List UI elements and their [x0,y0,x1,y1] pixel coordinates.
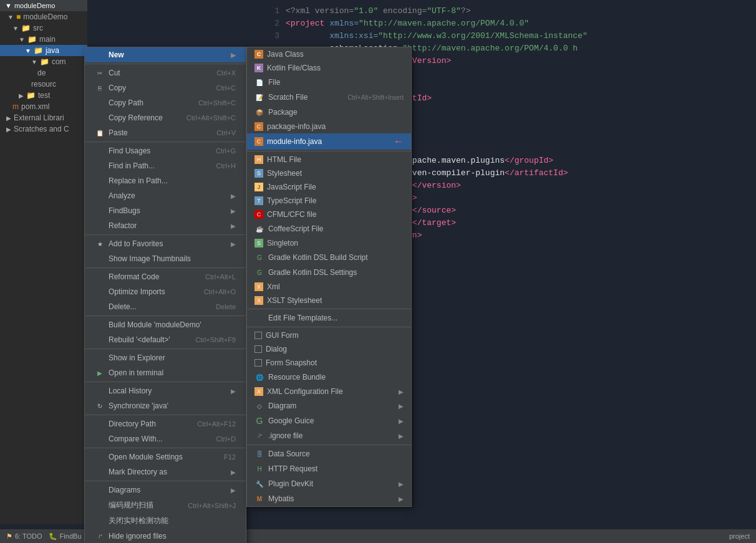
diagrams-arrow: ▶ [231,487,236,494]
find-path-icon [95,161,105,171]
xslt-icon: X [254,296,263,305]
new-kotlin-class[interactable]: K Kotlin File/Class [247,61,411,75]
separator-10 [85,481,246,481]
new-xml[interactable]: X Xml [247,280,411,294]
history-icon [95,386,105,396]
new-package-info[interactable]: C package-info.java [247,120,411,133]
new-xml-config[interactable]: X XML Configuration File ▶ [247,385,411,398]
new-edit-templates[interactable]: Edit File Templates... [247,310,411,325]
new-xslt[interactable]: X XSLT Stylesheet [247,294,411,307]
tree-item-test[interactable]: ▶ 📁 test [0,90,87,101]
new-typescript[interactable]: T TypeScript File [247,194,411,208]
new-singleton[interactable]: S Singleton [247,236,411,250]
findbugs-arrow: ▶ [231,208,236,214]
new-cfml[interactable]: C CFML/CFC file [247,208,411,221]
context-menu-coding-rules[interactable]: 编码规约扫描 Ctrl+Alt+Shift+J [85,497,246,513]
new-gui-form[interactable]: GUI Form [247,329,411,342]
tree-item-main[interactable]: ▼ 📁 main [0,34,87,45]
new-resource-bundle[interactable]: 🌐 Resource Bundle [247,370,411,385]
context-menu-realtime[interactable]: 关闭实时检测功能 [85,513,246,529]
context-menu-optimize-imports[interactable]: Optimize Imports Ctrl+Alt+O [85,284,246,299]
context-menu-find-usages[interactable]: Find Usages Ctrl+G [85,143,246,158]
optimize-icon [95,287,105,297]
favorites-arrow: ▶ [231,241,236,247]
tree-item-scratches[interactable]: ▶ Scratches and C [0,123,87,135]
context-menu-copy-reference[interactable]: Copy Reference Ctrl+Alt+Shift+C [85,110,246,125]
tree-item-resources[interactable]: resourc [0,79,87,90]
new-html-file[interactable]: H HTML File [247,153,411,166]
tree-item-java[interactable]: ▼ 📁 java [0,45,87,56]
new-dialog[interactable]: Dialog [247,342,411,356]
context-menu-replace-path[interactable]: Replace in Path... [85,173,246,188]
analyze-arrow: ▶ [231,193,236,199]
new-data-source[interactable]: 🗄 Data Source [247,446,411,461]
context-menu-show-image[interactable]: Show Image Thumbnails [85,251,246,266]
gui-form-icon [254,332,262,339]
tree-item-external[interactable]: ▶ External Librari [0,112,87,123]
ignore-icon: .i* [254,431,264,441]
new-google-guice[interactable]: G Google Guice ▶ [247,413,411,428]
new-java-class[interactable]: C Java Class [247,47,411,61]
new-javascript[interactable]: J JavaScript File [247,180,411,194]
find-usages-icon [95,146,105,156]
context-menu-copy-path[interactable]: Copy Path Ctrl+Shift+C [85,95,246,110]
new-file[interactable]: 📄 File [247,75,411,90]
tree-item-moduleDemo[interactable]: ▼ ■ moduleDemo [0,11,87,22]
context-menu-new[interactable]: New ▶ [85,47,246,62]
context-menu-reformat[interactable]: Reformat Code Ctrl+Alt+L [85,269,246,284]
analyze-icon [95,191,105,201]
submenu-arrow: ▶ [231,52,236,59]
new-form-snapshot[interactable]: Form Snapshot [247,356,411,370]
context-menu-find-in-path[interactable]: Find in Path... Ctrl+H [85,158,246,173]
mybatis-icon: M [254,494,264,504]
status-findbugs[interactable]: 🐛 FindBu [49,532,82,541]
new-gradle-settings[interactable]: G Gradle Kotlin DSL Settings [247,265,411,280]
context-menu-cut[interactable]: ✂ Cut Ctrl+X [85,65,246,80]
new-icon [95,50,105,60]
compare-icon [95,434,105,444]
new-module-info[interactable]: C module-info.java ← [247,133,411,150]
new-package[interactable]: 📦 Package [247,105,411,120]
new-coffeescript[interactable]: ☕ CoffeeScript File [247,221,411,236]
new-gradle-build[interactable]: G Gradle Kotlin DSL Build Script [247,250,411,265]
context-menu-mark-directory[interactable]: Mark Directory as ▶ [85,464,246,479]
new-sep2 [247,309,411,309]
realtime-icon [95,516,105,526]
tree-item-de[interactable]: de [0,67,87,79]
new-stylesheet[interactable]: S Stylesheet [247,166,411,180]
context-menu-local-history[interactable]: Local History ▶ [85,383,246,398]
refactor-icon [95,221,105,231]
context-menu-synchronize[interactable]: ↻ Synchronize 'java' [85,398,246,413]
scratch-icon: 📝 [254,92,264,102]
context-menu-copy[interactable]: ⎘ Copy Ctrl+C [85,80,246,95]
context-menu-diagrams[interactable]: Diagrams ▶ [85,483,246,497]
context-menu-open-terminal[interactable]: ▶ Open in terminal [85,365,246,380]
context-menu-refactor[interactable]: Refactor ▶ [85,218,246,233]
context-menu-show-explorer[interactable]: Show in Explorer [85,350,246,365]
context-menu-module-settings[interactable]: Open Module Settings F12 [85,449,246,464]
devkit-arrow: ▶ [399,481,404,488]
new-scratch-file[interactable]: 📝 Scratch File Ctrl+Alt+Shift+Insert [247,90,411,105]
new-mybatis[interactable]: M Mybatis ▶ [247,491,411,506]
stylesheet-icon: S [254,169,263,178]
new-ignore-file[interactable]: .i* .ignore file ▶ [247,428,411,443]
context-menu-hide-ignored[interactable]: .i* Hide ignored files [85,529,246,543]
status-todo[interactable]: ⚑ 6: TODO [6,532,42,541]
new-http-request[interactable]: H HTTP Request [247,461,411,476]
tree-item-src[interactable]: ▼ 📁 src [0,22,87,34]
context-menu-add-favorites[interactable]: ★ Add to Favorites ▶ [85,236,246,251]
context-menu-paste[interactable]: 📋 Paste Ctrl+V [85,125,246,140]
context-menu-delete[interactable]: Delete... Delete [85,299,246,314]
cut-icon: ✂ [95,68,105,78]
tree-item-pom[interactable]: m pom.xml [0,101,87,112]
new-plugin-devkit[interactable]: 🔧 Plugin DevKit ▶ [247,476,411,491]
settings-icon [95,452,105,462]
context-menu-build-module[interactable]: Build Module 'moduleDemo' [85,317,246,332]
context-menu-findbugs[interactable]: FindBugs ▶ [85,203,246,218]
context-menu-rebuild[interactable]: Rebuild '<default>' Ctrl+Shift+F9 [85,332,246,347]
tree-item-com[interactable]: ▼ 📁 com [0,56,87,67]
context-menu-compare-with[interactable]: Compare With... Ctrl+D [85,431,246,446]
context-menu-analyze[interactable]: Analyze ▶ [85,188,246,203]
new-diagram[interactable]: ◇ Diagram ▶ [247,398,411,413]
context-menu-directory-path[interactable]: Directory Path Ctrl+Alt+F12 [85,416,246,431]
